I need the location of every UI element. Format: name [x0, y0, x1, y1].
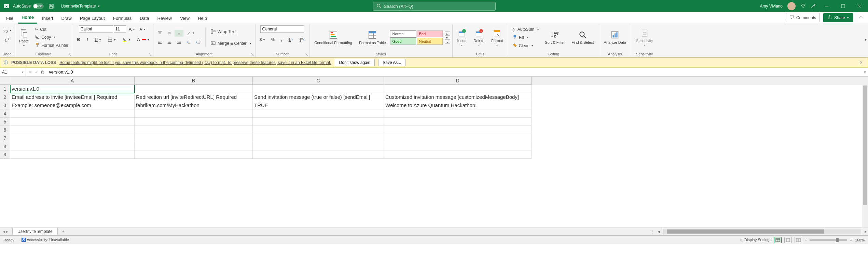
format-as-table-button[interactable]: Format as Table [356, 29, 389, 46]
decrease-decimal-button[interactable]: .00.0 [298, 36, 307, 43]
cell-C4[interactable] [253, 109, 384, 118]
search-input[interactable] [384, 4, 492, 9]
tab-home[interactable]: Home [18, 13, 37, 24]
align-left-button[interactable] [155, 39, 164, 46]
redo-button[interactable] [2, 36, 12, 43]
decrease-indent-button[interactable] [184, 39, 193, 46]
cell-A2[interactable]: Email address to invite [inviteeEmail] R… [10, 93, 135, 101]
percent-format-button[interactable]: % [269, 36, 277, 43]
cell-style-neutral[interactable]: Neutral [417, 38, 443, 45]
minimize-button[interactable] [821, 0, 832, 12]
comma-format-button[interactable]: , [279, 36, 284, 43]
zoom-in-button[interactable]: + [850, 238, 852, 242]
decrease-font-button[interactable]: A▾ [137, 26, 147, 32]
align-bottom-button[interactable] [175, 30, 183, 37]
save-as-button[interactable]: Save As... [378, 59, 405, 66]
wrap-text-button[interactable]: Wrap Text [208, 28, 253, 36]
underline-button[interactable]: U▾ [93, 36, 103, 43]
autosave-toggle[interactable]: AutoSave Off [13, 3, 44, 9]
insert-cells-button[interactable]: +Insert▾ [455, 27, 470, 48]
autosum-button[interactable]: ∑AutoSum▾ [510, 26, 541, 33]
cell-style-normal[interactable]: Normal [390, 30, 416, 37]
name-box[interactable]: A1▾ [0, 68, 26, 76]
share-button[interactable]: Share ▾ [823, 13, 853, 22]
cell-B5[interactable] [135, 118, 253, 126]
cell-B8[interactable] [135, 142, 253, 150]
filename-dropdown[interactable]: UserInviteTemplate ▾ [61, 4, 100, 9]
tab-file[interactable]: File [3, 14, 17, 24]
align-top-button[interactable] [155, 30, 164, 37]
col-header-D[interactable]: D [384, 77, 532, 85]
cut-button[interactable]: ✂Cut [33, 26, 70, 33]
sensitivity-button[interactable]: Sensitivity▾ [633, 27, 656, 48]
tab-view[interactable]: View [177, 14, 193, 24]
accounting-format-button[interactable]: $▾ [258, 36, 267, 43]
coming-soon-icon[interactable] [811, 3, 816, 10]
cell-B3[interactable]: fabrikam.com/MyHackathon [135, 101, 253, 109]
cell-A5[interactable] [10, 118, 135, 126]
increase-indent-button[interactable] [194, 39, 203, 46]
styles-scroll-up[interactable]: ▴ [445, 31, 450, 36]
cell-D1[interactable] [384, 85, 532, 93]
fill-button[interactable]: Fill▾ [510, 34, 541, 41]
tab-page-layout[interactable]: Page Layout [77, 14, 108, 24]
cell-C6[interactable] [253, 126, 384, 134]
cell-C5[interactable] [253, 118, 384, 126]
tab-data[interactable]: Data [136, 14, 152, 24]
font-color-button[interactable]: A▾ [135, 36, 151, 43]
save-icon[interactable] [49, 3, 54, 9]
username-label[interactable]: Amy Viviano [760, 4, 783, 9]
page-break-view-button[interactable] [795, 237, 802, 243]
tab-review[interactable]: Review [154, 14, 176, 24]
cell-B4[interactable] [135, 109, 253, 118]
increase-decimal-button[interactable]: .0.00 [286, 36, 295, 43]
cell-B9[interactable] [135, 150, 253, 159]
cell-B7[interactable] [135, 134, 253, 142]
dont-show-again-button[interactable]: Don't show again [335, 59, 375, 66]
cell-style-good[interactable]: Good [390, 38, 416, 45]
styles-gallery-button[interactable]: ⌄ [445, 40, 450, 44]
format-cells-button[interactable]: Format▾ [488, 27, 506, 48]
align-center-button[interactable] [165, 39, 174, 46]
hscroll-right-icon[interactable]: ▸ [863, 229, 868, 234]
cancel-formula-icon[interactable]: ✕ [29, 70, 32, 75]
accessibility-status[interactable]: ♿ Accessibility: Unavailable [21, 238, 69, 242]
alignment-launcher-icon[interactable]: ⤡ [250, 52, 254, 56]
find-select-button[interactable]: Find & Select [569, 29, 596, 46]
clear-button[interactable]: Clear▾ [510, 42, 541, 50]
horizontal-scrollbar[interactable] [663, 229, 861, 234]
display-settings-button[interactable]: ⊞ Display Settings [740, 238, 771, 242]
align-middle-button[interactable] [165, 30, 174, 37]
hscroll-left-icon[interactable]: ◂ [656, 229, 661, 234]
copy-button[interactable]: Copy▾ [33, 33, 70, 41]
sheet-next-icon[interactable]: ▸ [6, 229, 8, 234]
col-header-B[interactable]: B [135, 77, 253, 85]
cell-D7[interactable] [384, 134, 532, 142]
ribbon-options-icon[interactable]: ▾ [865, 37, 867, 42]
expand-formula-bar-icon[interactable]: ▾ [862, 70, 868, 75]
cell-C1[interactable] [253, 85, 384, 93]
normal-view-button[interactable] [774, 237, 782, 243]
avatar[interactable] [787, 2, 796, 10]
cell-D4[interactable] [384, 109, 532, 118]
zoom-level[interactable]: 160% [855, 238, 865, 242]
cell-A8[interactable] [10, 142, 135, 150]
sheet-split-icon[interactable]: ⋮ [650, 229, 654, 234]
sheet-tab[interactable]: UserInviteTemplate [12, 228, 58, 235]
cell-B1[interactable] [135, 85, 253, 93]
cell-D2[interactable]: Customized invitation message [customize… [384, 93, 532, 101]
align-right-button[interactable] [175, 39, 183, 46]
sort-filter-button[interactable]: AZSort & Filter [542, 29, 567, 46]
cell-style-bad[interactable]: Bad [417, 30, 443, 37]
ribbon-collapse-icon[interactable] [856, 15, 865, 21]
zoom-out-button[interactable]: − [805, 238, 807, 242]
tab-insert[interactable]: Insert [39, 14, 57, 24]
formula-input[interactable] [47, 69, 862, 75]
row-header-3[interactable]: 3 [0, 101, 10, 109]
row-header-4[interactable]: 4 [0, 109, 10, 118]
cell-B2[interactable]: Redirection url [inviteRedirectURL] Requ… [135, 93, 253, 101]
tab-draw[interactable]: Draw [58, 14, 75, 24]
font-name-select[interactable] [79, 25, 113, 33]
msgbar-text[interactable]: Some features might be lost if you save … [59, 60, 331, 65]
number-format-select[interactable] [260, 25, 304, 33]
